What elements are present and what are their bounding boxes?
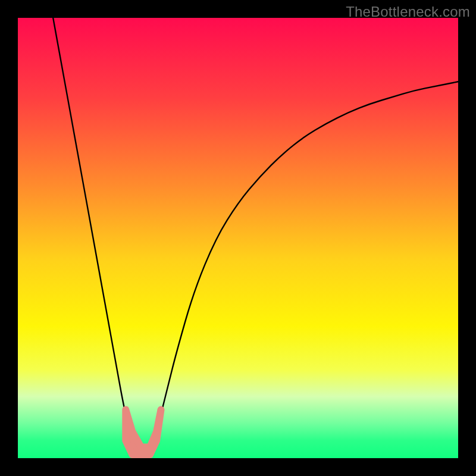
plot-area	[18, 18, 458, 458]
series-salmon-valley-band	[126, 410, 161, 456]
chart-frame: TheBottleneck.com	[0, 0, 476, 476]
curve-layer	[18, 18, 458, 458]
series-left-branch	[53, 18, 141, 449]
watermark-text: TheBottleneck.com	[346, 4, 470, 20]
series-right-branch	[150, 82, 458, 449]
